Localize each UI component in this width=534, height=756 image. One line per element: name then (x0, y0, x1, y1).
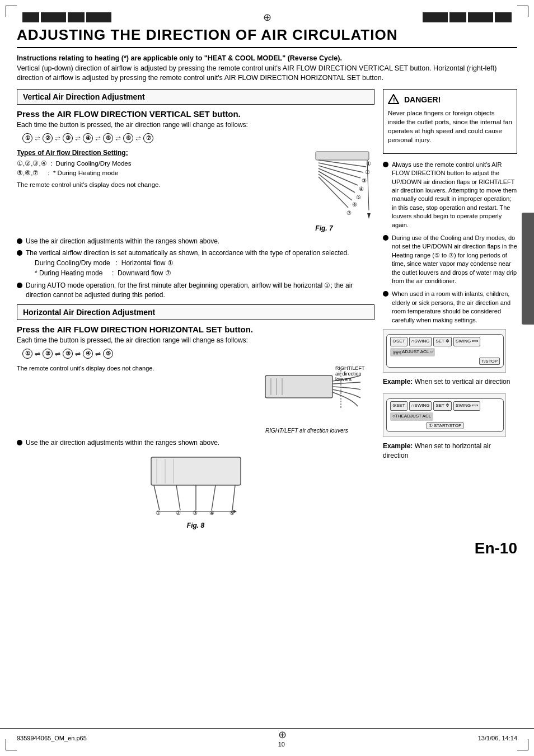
fig8-illustration: ① ② ③ ④ ⑤ (140, 452, 252, 519)
svg-text:③: ③ (193, 510, 198, 516)
remote-horizontal-body: ⊙SET ∩SWING SET ✲ SWING ⟺ ○THEADJUST ACL… (386, 398, 504, 432)
fig8-label: Fig. 8 (17, 522, 374, 529)
danger-triangle-container: ! (388, 94, 399, 106)
remote-h-swing-btn[interactable]: ∩SWING (409, 401, 432, 411)
svg-rect-25 (151, 457, 241, 485)
svg-line-30 (176, 485, 180, 510)
remote-h-set-btn[interactable]: ⊙SET (390, 401, 407, 411)
v-bullet-2: The vertical airflow direction is set au… (17, 248, 374, 278)
remote-h-top: ⊙SET ∩SWING SET ✲ SWING ⟺ (390, 401, 500, 411)
danger-main-text: Never place fingers or foreign objects i… (388, 109, 512, 144)
svg-line-7 (318, 177, 348, 208)
indent-cooling: During Cooling/Dry mode : Horizontal flo… (35, 258, 349, 268)
main-layout: Vertical Air Direction Adjustment Press … (17, 89, 517, 534)
footer: 9359944065_OM_en.p65 ⊕ 10 13/1/06, 14:14 (0, 728, 534, 748)
remote-v-top: ⊙SET ∩SWING SET ✲ SWING ⟺ (390, 337, 500, 346)
fig7-container: ① ② ③ ④ ⑤ ⑥ ⑦ Fig. 7 (274, 149, 374, 232)
bar7 (468, 12, 493, 22)
seq-arrow3: ⇌ (75, 134, 81, 142)
remote-set-btn[interactable]: ⊙SET (390, 337, 407, 346)
center-symbol: ⊕ (263, 11, 271, 24)
bar2 (41, 12, 66, 22)
types-section: Types of Air flow Direction Setting: ①,②… (17, 149, 374, 232)
svg-text:①: ① (156, 510, 161, 516)
remote-swing-btn[interactable]: ∩SWING (409, 337, 432, 346)
seq-v3: ③ (63, 133, 73, 143)
svg-text:louvers: louvers (335, 377, 352, 382)
remote-v-mid: ╔╦╗ADJUST ACL ○ (390, 348, 500, 356)
svg-line-29 (154, 485, 160, 510)
right-column: ! DANGER! Never place fingers or foreign… (383, 89, 517, 534)
remote-h-set2-btn[interactable]: SET ✲ (433, 401, 452, 411)
remote-start-stop-btn[interactable]: ① START/STOP (427, 422, 464, 429)
types-nums1: ①,②,③,④ (17, 160, 47, 167)
v-bullet-dot-1 (17, 238, 22, 244)
intro-bold: Instructions relating to heating (*) are… (17, 54, 517, 64)
seq-arrow6: ⇌ (135, 134, 141, 142)
v-bullet-3: During AUTO mode operation, for the firs… (17, 281, 374, 300)
svg-rect-0 (316, 152, 369, 160)
h-bullet-1: Use the air direction adjustments within… (17, 438, 374, 448)
danger-triangle-icon: ! (388, 94, 399, 104)
seq-arrow1: ⇌ (35, 134, 40, 142)
r-bullet-text-1: Always use the remote control unit's AIR… (392, 161, 517, 229)
svg-text:air direction: air direction (335, 371, 362, 377)
svg-text:⑤: ⑤ (229, 510, 235, 516)
right-left-label: RIGHT/LEFT air direction louvers (263, 428, 374, 434)
svg-marker-16 (367, 213, 371, 219)
svg-line-6 (318, 174, 352, 200)
horizontal-bullets: Use the air direction adjustments within… (17, 438, 374, 448)
horizontal-press-heading: Press the AIR FLOW DIRECTION HORIZONTAL … (17, 325, 374, 334)
horizontal-button-name: AIR FLOW DIRECTION HORIZONTAL SET button… (57, 325, 253, 334)
vertical-button-name: AIR FLOW DIRECTION VERTICAL SET button. (57, 109, 241, 119)
seq-v1: ① (22, 133, 32, 143)
r-bullet-dot-1 (383, 162, 388, 167)
seq-h-arrow1: ⇌ (35, 350, 40, 358)
v-bullet-dot-2 (17, 250, 22, 256)
example-vertical: Example: When set to vertical air direct… (383, 377, 517, 387)
svg-text:①: ① (366, 161, 371, 167)
danger-title: ! DANGER! (388, 94, 512, 106)
svg-text:③: ③ (362, 177, 367, 184)
types-desc2: * During Heating mode (53, 170, 118, 176)
seq-h-arrow4: ⇌ (95, 350, 101, 358)
seq-h5: ⑤ (103, 349, 113, 359)
r-bullet-dot-2 (383, 235, 388, 241)
r-bullet-text-3: When used in a room with infants, childr… (392, 290, 517, 325)
vertical-section-title: Vertical Air Direction Adjustment (23, 92, 368, 101)
svg-text:②: ② (176, 510, 181, 516)
intro-body: Vertical (up-down) direction of airflow … (17, 64, 517, 83)
seq-h2: ② (43, 349, 53, 359)
seq-h-arrow2: ⇌ (55, 350, 60, 358)
right-bars (423, 12, 512, 22)
v-bullet-dot-3 (17, 283, 22, 288)
seq-h1: ① (22, 349, 32, 359)
header-decoration: ⊕ (17, 11, 517, 24)
remote-v-adjust: ╔╦╗ADJUST ACL ○ (390, 348, 435, 356)
remote-h-swing2-btn[interactable]: SWING ⟺ (453, 401, 480, 411)
remote-tstop-btn[interactable]: T/STOP (479, 358, 500, 365)
remote-swing2-btn[interactable]: SWING ⟺ (453, 337, 480, 346)
fig-horizontal-louvers: RIGHT/LEFT air direction louvers (263, 364, 374, 426)
remote-v-bottom: T/STOP (390, 358, 500, 365)
footer-page: ⊕ 10 (278, 729, 287, 748)
r-bullet-dot-3 (383, 291, 388, 297)
svg-text:RIGHT/LEFT: RIGHT/LEFT (335, 365, 365, 371)
svg-line-32 (212, 485, 216, 510)
remote-horizontal-illustration: ⊙SET ∩SWING SET ✲ SWING ⟺ ○THEADJUST ACL… (383, 393, 506, 437)
seq-h-arrow3: ⇌ (75, 350, 81, 358)
svg-line-15 (367, 160, 369, 210)
footer-center-page: 10 (278, 741, 287, 748)
horiz-text-left: The remote control unit's display does n… (17, 364, 257, 434)
remote-set2-btn[interactable]: SET ✲ (433, 337, 452, 346)
bar1 (22, 12, 39, 22)
svg-text:④: ④ (359, 186, 364, 192)
svg-line-1 (318, 160, 366, 167)
v-bullet-text-1: Use the air direction adjustments within… (26, 237, 219, 246)
display-note-v: The remote control unit's display does n… (17, 181, 268, 188)
types-title: Types of Air flow Direction Setting: (17, 149, 268, 157)
bar3 (68, 12, 85, 22)
bar5 (423, 12, 448, 22)
seq-v6: ⑥ (123, 133, 133, 143)
horizontal-sequence: ① ⇌ ② ⇌ ③ ⇌ ④ ⇌ ⑤ (22, 349, 374, 359)
